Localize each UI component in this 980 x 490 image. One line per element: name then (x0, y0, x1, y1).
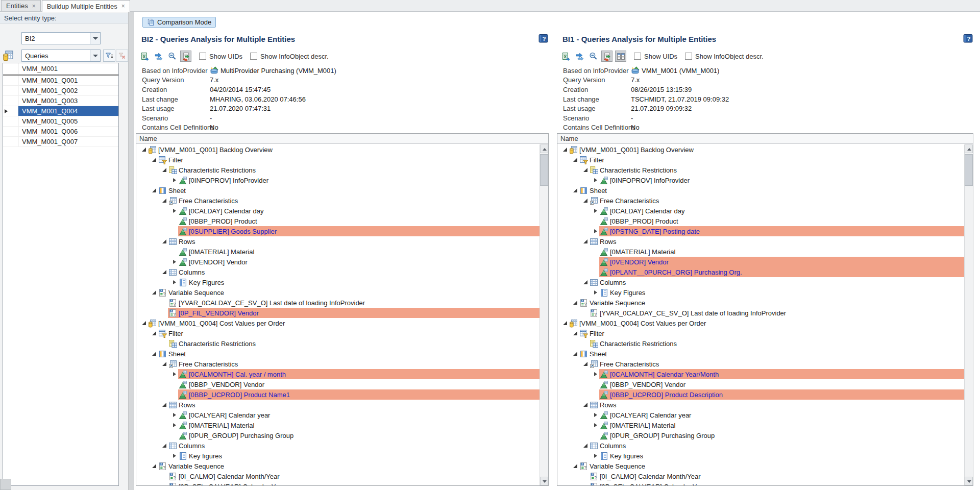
tree-row[interactable]: X?[0P_SEL_CALYEAR] Calendar Year (557, 481, 964, 485)
expander-open-icon[interactable] (161, 401, 168, 408)
expander-closed-icon[interactable] (592, 207, 599, 214)
list-item[interactable]: VMM_M001_Q005 (3, 116, 118, 127)
expander-open-icon[interactable] (582, 401, 589, 408)
scroll-down-icon[interactable] (540, 477, 548, 485)
tree-row[interactable]: Columns (136, 267, 540, 277)
list-item[interactable]: VMM_M001_Q003 (3, 96, 118, 106)
tree-row[interactable]: [0MATERIAL] Material (136, 247, 540, 257)
scroll-up-icon[interactable] (540, 144, 548, 153)
expander-closed-icon[interactable] (171, 422, 178, 429)
category-select[interactable]: Queries (21, 50, 101, 62)
expander-open-icon[interactable] (561, 146, 569, 153)
expander-closed-icon[interactable] (171, 207, 178, 214)
expander-open-icon[interactable] (572, 350, 579, 357)
expander-open-icon[interactable] (161, 360, 168, 368)
expander-open-icon[interactable] (161, 197, 168, 204)
tree-row[interactable]: X?[0P_SEL_CALYEAR] Calendar Year (136, 481, 540, 485)
list-item[interactable]: VMM_M001_Q002 (3, 86, 118, 96)
expander-open-icon[interactable] (582, 197, 589, 204)
tree-row[interactable]: [0CALYEAR] Calendar year (557, 410, 964, 420)
expander-closed-icon[interactable] (171, 411, 178, 419)
scroll-down-icon[interactable] (965, 477, 973, 485)
scrollbar-thumb[interactable] (540, 154, 548, 186)
tree-row[interactable]: Characteristic Restrictions (136, 338, 540, 349)
vertical-scrollbar[interactable] (964, 144, 973, 485)
tree-row[interactable]: [0MATERIAL] Material (136, 420, 540, 430)
tree-row[interactable]: [0INFOPROV] InfoProvider (557, 175, 964, 185)
tree-row[interactable]: [0MATERIAL] Material (557, 420, 964, 430)
expander-open-icon[interactable] (582, 238, 589, 245)
tree-row[interactable]: [0SUPPLIER] Goods Supplier (136, 226, 540, 236)
expander-open-icon[interactable] (582, 360, 589, 368)
tree-row[interactable]: X?Variable Sequence (136, 461, 540, 471)
close-icon[interactable]: × (32, 3, 36, 9)
tree-row[interactable]: Sheet (136, 349, 540, 359)
list-item[interactable]: VMM_M001_Q007 (3, 137, 118, 147)
tree-row[interactable]: [0BBP_UCPROD] Product Name1 (136, 389, 540, 400)
expander-open-icon[interactable] (572, 462, 579, 470)
tab-entities[interactable]: Entities× (1, 0, 41, 11)
tree-row[interactable]: [0BBP_UCPROD] Product Description (557, 389, 964, 400)
tree-row[interactable]: [0PUR_GROUP] Purchasing Group (557, 430, 964, 440)
compare-grid-button[interactable] (615, 51, 626, 62)
expander-open-icon[interactable] (151, 462, 158, 470)
splitter[interactable] (128, 12, 134, 490)
checkbox-show-uids[interactable] (634, 53, 641, 60)
expander-closed-icon[interactable] (171, 258, 178, 265)
tree-row[interactable]: [VMM_M001_Q004] Cost Values per Order (557, 318, 964, 328)
expander-open-icon[interactable] (151, 187, 158, 194)
tree-row[interactable]: Columns (557, 440, 964, 451)
chevron-down-icon[interactable] (90, 50, 100, 61)
tree-row[interactable]: X?[YVAR_0CALDAY_CE_SV_O] Last date of lo… (557, 308, 964, 318)
zoom-out-button[interactable] (166, 51, 178, 62)
tree-row[interactable]: Characteristic Restrictions (557, 338, 964, 349)
expander-closed-icon[interactable] (592, 177, 599, 184)
expander-closed-icon[interactable] (592, 452, 599, 459)
tree-row[interactable]: [VMM_M001_Q001] Backlog Overview (136, 144, 540, 155)
tree-row[interactable]: [0BBP_PROD] Product (557, 216, 964, 226)
expander-open-icon[interactable] (572, 330, 579, 337)
expander-closed-icon[interactable] (171, 452, 178, 459)
tree-row[interactable]: Free Characteristics (557, 359, 964, 369)
tree-column-header[interactable]: Name (136, 134, 548, 144)
tree-row[interactable]: Rows (136, 400, 540, 410)
transfer-button[interactable] (574, 51, 585, 62)
vertical-scrollbar[interactable] (540, 144, 548, 485)
tree-row[interactable]: [0BBP_VENDOR] Vendor (136, 379, 540, 389)
tree-row[interactable]: [0MATERIAL] Material (557, 247, 964, 257)
tree-row[interactable]: X?[YVAR_0CALDAY_CE_SV_O] Last date of lo… (136, 298, 540, 308)
tree-row[interactable]: [0BBP_PROD] Product (136, 216, 540, 226)
expander-open-icon[interactable] (151, 330, 158, 337)
tree-row[interactable]: [0VENDOR] Vendor (136, 257, 540, 267)
checkbox-show-infoobject-descr-[interactable] (250, 53, 257, 60)
filter-column-header[interactable] (3, 63, 18, 74)
tree-row[interactable]: Rows (557, 236, 964, 247)
tree-row[interactable]: [0CALDAY] Calendar day (136, 206, 540, 216)
excel-export-button[interactable]: X (560, 51, 571, 62)
tree-row[interactable]: [0INFOPROV] InfoProvider (136, 175, 540, 185)
tree-row[interactable]: Sheet (557, 349, 964, 359)
tree-row[interactable]: Rows (136, 236, 540, 247)
list-item[interactable]: VMM_M001_Q001 (3, 76, 118, 86)
tree-row[interactable]: X?Variable Sequence (136, 287, 540, 298)
tree-row[interactable]: [0CALMONTH] Cal. year / month (136, 369, 540, 379)
transfer-button[interactable] (153, 51, 164, 62)
expander-open-icon[interactable] (561, 320, 569, 327)
tree-row[interactable]: Free Characteristics (136, 359, 540, 369)
zoom-out-button[interactable] (587, 51, 599, 62)
expander-closed-icon[interactable] (592, 228, 599, 235)
tree-row[interactable]: Key Figures (136, 277, 540, 287)
chevron-down-icon[interactable] (90, 33, 100, 44)
expander-closed-icon[interactable] (592, 289, 599, 296)
entity-list-column-header[interactable]: VMM_M001 (18, 65, 58, 72)
sync-doc-button[interactable] (601, 51, 612, 62)
help-icon[interactable]: ? (538, 34, 548, 43)
tree-row[interactable]: [0VENDOR] Vendor (557, 257, 964, 267)
checkbox-show-infoobject-descr-[interactable] (685, 53, 692, 60)
tree-column-header[interactable]: Name (557, 134, 973, 144)
tree-row[interactable]: Sheet (136, 185, 540, 195)
help-icon[interactable]: ? (963, 34, 973, 43)
resize-grip[interactable] (0, 479, 11, 490)
tree-row[interactable]: [0CALMONTH] Calendar Year/Month (557, 369, 964, 379)
tree-row[interactable]: Characteristic Restrictions (557, 165, 964, 175)
